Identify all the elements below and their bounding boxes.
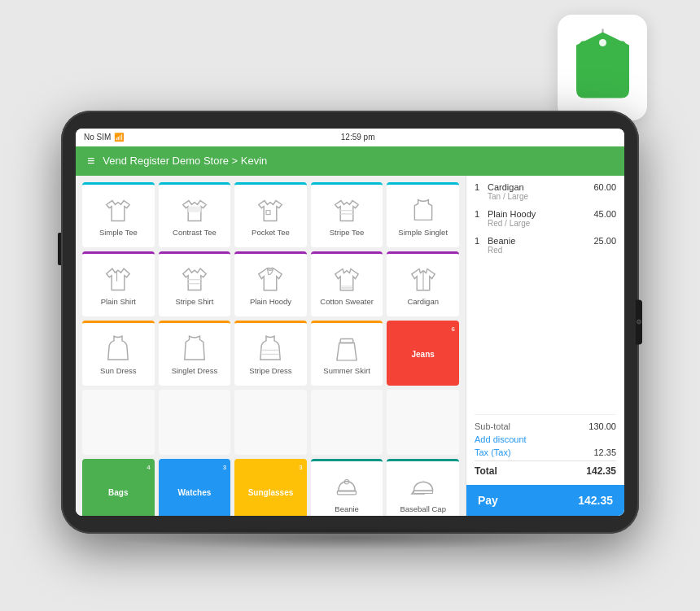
cardigan-label: Cardigan bbox=[407, 297, 439, 306]
watches-label: Watches bbox=[178, 488, 212, 497]
cart-item-cardigan[interactable]: 1 Cardigan Tan / Large 60.00 bbox=[475, 182, 616, 201]
simple-tee-label: Simple Tee bbox=[99, 228, 138, 237]
simple-singlet-icon bbox=[407, 195, 440, 226]
cart-item-beanie[interactable]: 1 Beanie Red 25.00 bbox=[475, 236, 616, 255]
svg-rect-15 bbox=[340, 338, 353, 343]
tax-row: Tax (Tax) 12.35 bbox=[475, 447, 616, 457]
product-jeans[interactable]: 6 Jeans bbox=[387, 321, 459, 386]
cardigan-icon bbox=[407, 264, 440, 295]
cart-items: 1 Cardigan Tan / Large 60.00 1 bbox=[466, 176, 624, 414]
svg-point-2 bbox=[599, 39, 606, 46]
product-simple-tee[interactable]: Simple Tee bbox=[82, 182, 155, 247]
volume-button bbox=[58, 233, 61, 265]
store-title: Vend Register Demo Store > Kevin bbox=[103, 155, 267, 167]
cart-price-1: 60.00 bbox=[593, 182, 616, 192]
total-label: Total bbox=[475, 465, 497, 477]
stripe-tee-icon bbox=[330, 195, 363, 226]
simple-tee-icon bbox=[102, 195, 134, 226]
product-empty-1[interactable] bbox=[82, 390, 155, 455]
product-stripe-tee[interactable]: Stripe Tee bbox=[311, 182, 383, 247]
price-tag-svg bbox=[572, 27, 633, 108]
summary-section: Sub-total 130.00 Add discount Tax (Tax) … bbox=[466, 415, 624, 480]
sun-dress-icon bbox=[102, 334, 134, 364]
discount-row[interactable]: Add discount bbox=[475, 434, 616, 444]
cart-qty-3: 1 bbox=[475, 236, 483, 255]
cart-variant-2: Red / Large bbox=[488, 219, 536, 228]
total-value: 142.35 bbox=[586, 465, 616, 477]
product-watches[interactable]: 3 Watches bbox=[159, 459, 231, 516]
stripe-dress-icon bbox=[254, 334, 287, 364]
cart-name-2: Plain Hoody bbox=[488, 209, 536, 219]
tablet: No SIM 📶 12:59 pm ≡ Vend Register Demo S… bbox=[61, 111, 639, 534]
product-simple-singlet[interactable]: Simple Singlet bbox=[387, 182, 459, 247]
product-sun-dress[interactable]: Sun Dress bbox=[82, 321, 155, 386]
product-grid-area: Simple Tee Contrast Tee bbox=[76, 176, 466, 516]
product-plain-hoody[interactable]: Plain Hoody bbox=[234, 251, 307, 316]
cart-variant-3: Red bbox=[488, 246, 515, 255]
watches-badge: 3 bbox=[223, 464, 226, 471]
baseball-cap-icon bbox=[407, 472, 440, 503]
total-row: Total 142.35 bbox=[475, 460, 616, 477]
plain-hoody-label: Plain Hoody bbox=[250, 297, 291, 306]
product-plain-shirt[interactable]: Plain Shirt bbox=[82, 251, 155, 316]
contrast-tee-label: Contrast Tee bbox=[173, 228, 217, 237]
cart-name-1: Cardigan bbox=[488, 182, 528, 192]
main-content: Simple Tee Contrast Tee bbox=[76, 176, 624, 516]
subtotal-row: Sub-total 130.00 bbox=[475, 421, 616, 431]
product-singlet-dress[interactable]: Singlet Dress bbox=[159, 321, 231, 386]
pay-button[interactable]: Pay 142.35 bbox=[466, 485, 624, 516]
plain-shirt-icon bbox=[102, 264, 134, 295]
product-cotton-sweater[interactable]: Cotton Sweater bbox=[311, 251, 383, 316]
product-sunglasses[interactable]: 3 Sunglasses bbox=[234, 459, 307, 516]
cart-price-2: 45.00 bbox=[593, 209, 616, 219]
svg-rect-4 bbox=[267, 210, 271, 214]
product-stripe-dress[interactable]: Stripe Dress bbox=[234, 321, 307, 386]
product-empty-2[interactable] bbox=[159, 390, 231, 455]
product-empty-3[interactable] bbox=[234, 390, 307, 455]
carrier-text: No SIM bbox=[84, 133, 111, 142]
pocket-tee-icon bbox=[254, 195, 287, 226]
header-bar: ≡ Vend Register Demo Store > Kevin bbox=[76, 146, 624, 176]
product-bags[interactable]: 4 Bags bbox=[82, 459, 155, 516]
product-stripe-shirt[interactable]: Stripe Shirt bbox=[159, 251, 231, 316]
pocket-tee-label: Pocket Tee bbox=[252, 228, 290, 237]
right-panel: 1 Cardigan Tan / Large 60.00 1 bbox=[466, 176, 624, 516]
tablet-shadow bbox=[106, 526, 594, 550]
cart-item-hoody[interactable]: 1 Plain Hoody Red / Large 45.00 bbox=[475, 209, 616, 228]
product-beanie[interactable]: Beanie bbox=[311, 459, 383, 516]
status-bar: No SIM 📶 12:59 pm bbox=[76, 129, 624, 146]
beanie-icon bbox=[330, 472, 363, 503]
plain-shirt-label: Plain Shirt bbox=[101, 297, 136, 306]
subtotal-label: Sub-total bbox=[475, 421, 510, 431]
plain-hoody-icon bbox=[254, 264, 287, 295]
tax-label: Tax (Tax) bbox=[475, 447, 511, 457]
stripe-shirt-icon bbox=[178, 264, 211, 295]
beanie-label: Beanie bbox=[335, 504, 359, 513]
bags-badge: 4 bbox=[147, 464, 150, 471]
cart-name-3: Beanie bbox=[488, 236, 515, 246]
product-cardigan[interactable]: Cardigan bbox=[387, 251, 459, 316]
pay-label: Pay bbox=[478, 494, 498, 507]
product-summer-skirt[interactable]: Summer Skirt bbox=[311, 321, 383, 386]
menu-button[interactable]: ≡ bbox=[87, 154, 94, 168]
pay-amount: 142.35 bbox=[578, 494, 613, 507]
stripe-tee-label: Stripe Tee bbox=[330, 228, 365, 237]
tax-value: 12.35 bbox=[593, 447, 616, 457]
simple-singlet-label: Simple Singlet bbox=[398, 228, 448, 237]
singlet-dress-label: Singlet Dress bbox=[172, 366, 218, 375]
product-baseball-cap[interactable]: Baseball Cap bbox=[387, 459, 459, 516]
product-empty-4[interactable] bbox=[311, 390, 383, 455]
tablet-screen: No SIM 📶 12:59 pm ≡ Vend Register Demo S… bbox=[76, 129, 624, 516]
cart-variant-1: Tan / Large bbox=[488, 192, 528, 201]
summer-skirt-label: Summer Skirt bbox=[323, 366, 370, 375]
time-display: 12:59 pm bbox=[341, 133, 375, 142]
cotton-sweater-icon bbox=[330, 264, 363, 295]
product-empty-5[interactable] bbox=[387, 390, 459, 455]
tablet-frame: No SIM 📶 12:59 pm ≡ Vend Register Demo S… bbox=[61, 111, 639, 534]
product-contrast-tee[interactable]: Contrast Tee bbox=[159, 182, 231, 247]
discount-link[interactable]: Add discount bbox=[475, 434, 527, 444]
svg-rect-3 bbox=[188, 206, 201, 212]
baseball-cap-label: Baseball Cap bbox=[400, 504, 446, 513]
wifi-icon: 📶 bbox=[114, 133, 124, 142]
product-pocket-tee[interactable]: Pocket Tee bbox=[234, 182, 307, 247]
